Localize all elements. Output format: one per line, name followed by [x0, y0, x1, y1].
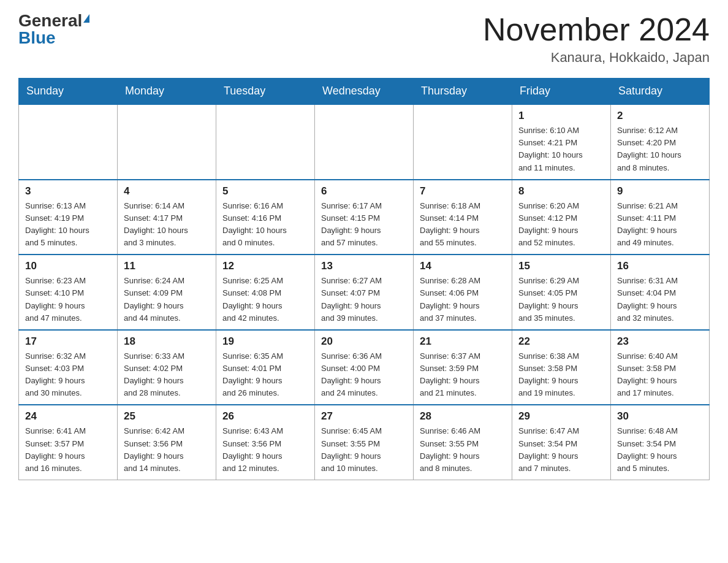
day-number: 11 [124, 260, 210, 272]
calendar-cell: 3Sunrise: 6:13 AM Sunset: 4:19 PM Daylig… [19, 180, 118, 255]
day-info: Sunrise: 6:35 AM Sunset: 4:01 PM Dayligh… [222, 350, 308, 400]
day-info: Sunrise: 6:12 AM Sunset: 4:20 PM Dayligh… [617, 124, 703, 174]
day-number: 28 [420, 410, 506, 423]
day-info: Sunrise: 6:25 AM Sunset: 4:08 PM Dayligh… [222, 275, 308, 324]
calendar-cell: 7Sunrise: 6:18 AM Sunset: 4:14 PM Daylig… [414, 180, 512, 255]
location-subtitle: Kanaura, Hokkaido, Japan [483, 50, 710, 66]
calendar-cell: 25Sunrise: 6:42 AM Sunset: 3:56 PM Dayli… [118, 405, 216, 480]
calendar-cell: 30Sunrise: 6:48 AM Sunset: 3:54 PM Dayli… [611, 405, 710, 480]
day-number: 23 [617, 335, 703, 348]
calendar-cell: 6Sunrise: 6:17 AM Sunset: 4:15 PM Daylig… [315, 180, 414, 255]
calendar-cell: 29Sunrise: 6:47 AM Sunset: 3:54 PM Dayli… [512, 405, 611, 480]
day-number: 12 [222, 260, 308, 272]
day-info: Sunrise: 6:45 AM Sunset: 3:55 PM Dayligh… [321, 425, 407, 475]
day-number: 13 [321, 260, 407, 272]
weekday-header-friday: Friday [512, 79, 611, 105]
day-info: Sunrise: 6:33 AM Sunset: 4:02 PM Dayligh… [124, 350, 210, 400]
day-number: 20 [321, 335, 407, 348]
weekday-header-tuesday: Tuesday [216, 79, 315, 105]
week-row-1: 1Sunrise: 6:10 AM Sunset: 4:21 PM Daylig… [19, 104, 710, 180]
day-number: 5 [222, 185, 308, 197]
calendar-cell: 24Sunrise: 6:41 AM Sunset: 3:57 PM Dayli… [19, 405, 118, 480]
logo-blue-text: Blue [18, 29, 56, 47]
day-info: Sunrise: 6:48 AM Sunset: 3:54 PM Dayligh… [617, 425, 703, 475]
week-row-3: 10Sunrise: 6:23 AM Sunset: 4:10 PM Dayli… [19, 255, 710, 330]
day-number: 26 [222, 410, 308, 423]
day-number: 22 [518, 335, 604, 348]
day-number: 7 [420, 185, 506, 197]
day-number: 17 [25, 335, 111, 348]
week-row-5: 24Sunrise: 6:41 AM Sunset: 3:57 PM Dayli… [19, 405, 710, 480]
day-number: 24 [25, 410, 111, 423]
day-info: Sunrise: 6:38 AM Sunset: 3:58 PM Dayligh… [518, 350, 604, 400]
day-info: Sunrise: 6:31 AM Sunset: 4:04 PM Dayligh… [617, 275, 703, 324]
day-number: 1 [518, 110, 604, 122]
day-number: 9 [617, 185, 703, 197]
week-row-4: 17Sunrise: 6:32 AM Sunset: 4:03 PM Dayli… [19, 330, 710, 405]
calendar-cell [216, 104, 315, 180]
day-info: Sunrise: 6:17 AM Sunset: 4:15 PM Dayligh… [321, 200, 407, 250]
day-info: Sunrise: 6:40 AM Sunset: 3:58 PM Dayligh… [617, 350, 703, 400]
calendar-cell: 8Sunrise: 6:20 AM Sunset: 4:12 PM Daylig… [512, 180, 611, 255]
day-info: Sunrise: 6:41 AM Sunset: 3:57 PM Dayligh… [25, 425, 111, 475]
weekday-header-row: SundayMondayTuesdayWednesdayThursdayFrid… [19, 79, 710, 105]
title-section: November 2024 Kanaura, Hokkaido, Japan [483, 12, 710, 66]
day-info: Sunrise: 6:14 AM Sunset: 4:17 PM Dayligh… [124, 200, 210, 250]
day-info: Sunrise: 6:37 AM Sunset: 3:59 PM Dayligh… [420, 350, 506, 400]
day-number: 3 [25, 185, 111, 197]
calendar-cell: 5Sunrise: 6:16 AM Sunset: 4:16 PM Daylig… [216, 180, 315, 255]
day-info: Sunrise: 6:43 AM Sunset: 3:56 PM Dayligh… [222, 425, 308, 475]
calendar-cell: 27Sunrise: 6:45 AM Sunset: 3:55 PM Dayli… [315, 405, 414, 480]
calendar-cell: 14Sunrise: 6:28 AM Sunset: 4:06 PM Dayli… [414, 255, 512, 330]
calendar-cell: 1Sunrise: 6:10 AM Sunset: 4:21 PM Daylig… [512, 104, 611, 180]
weekday-header-monday: Monday [118, 79, 216, 105]
calendar-cell: 19Sunrise: 6:35 AM Sunset: 4:01 PM Dayli… [216, 330, 315, 405]
day-info: Sunrise: 6:32 AM Sunset: 4:03 PM Dayligh… [25, 350, 111, 400]
logo-triangle-icon [83, 14, 89, 23]
weekday-header-thursday: Thursday [414, 79, 512, 105]
calendar-cell: 21Sunrise: 6:37 AM Sunset: 3:59 PM Dayli… [414, 330, 512, 405]
weekday-header-sunday: Sunday [19, 79, 118, 105]
page-header: General Blue November 2024 Kanaura, Hokk… [18, 12, 710, 66]
day-info: Sunrise: 6:28 AM Sunset: 4:06 PM Dayligh… [420, 275, 506, 324]
calendar-cell: 26Sunrise: 6:43 AM Sunset: 3:56 PM Dayli… [216, 405, 315, 480]
day-info: Sunrise: 6:23 AM Sunset: 4:10 PM Dayligh… [25, 275, 111, 324]
day-number: 19 [222, 335, 308, 348]
day-info: Sunrise: 6:18 AM Sunset: 4:14 PM Dayligh… [420, 200, 506, 250]
day-info: Sunrise: 6:46 AM Sunset: 3:55 PM Dayligh… [420, 425, 506, 475]
day-info: Sunrise: 6:16 AM Sunset: 4:16 PM Dayligh… [222, 200, 308, 250]
day-number: 30 [617, 410, 703, 423]
month-title: November 2024 [483, 12, 710, 47]
calendar-cell: 18Sunrise: 6:33 AM Sunset: 4:02 PM Dayli… [118, 330, 216, 405]
day-info: Sunrise: 6:20 AM Sunset: 4:12 PM Dayligh… [518, 200, 604, 250]
day-number: 4 [124, 185, 210, 197]
calendar-cell: 23Sunrise: 6:40 AM Sunset: 3:58 PM Dayli… [611, 330, 710, 405]
logo: General Blue [18, 12, 89, 47]
calendar-cell: 2Sunrise: 6:12 AM Sunset: 4:20 PM Daylig… [611, 104, 710, 180]
calendar-cell: 17Sunrise: 6:32 AM Sunset: 4:03 PM Dayli… [19, 330, 118, 405]
day-info: Sunrise: 6:36 AM Sunset: 4:00 PM Dayligh… [321, 350, 407, 400]
logo-general-text: General [18, 12, 82, 29]
day-number: 29 [518, 410, 604, 423]
calendar-cell [414, 104, 512, 180]
day-number: 14 [420, 260, 506, 272]
day-number: 27 [321, 410, 407, 423]
calendar-cell [19, 104, 118, 180]
calendar-cell: 20Sunrise: 6:36 AM Sunset: 4:00 PM Dayli… [315, 330, 414, 405]
calendar-cell: 11Sunrise: 6:24 AM Sunset: 4:09 PM Dayli… [118, 255, 216, 330]
weekday-header-saturday: Saturday [611, 79, 710, 105]
day-info: Sunrise: 6:42 AM Sunset: 3:56 PM Dayligh… [124, 425, 210, 475]
day-info: Sunrise: 6:29 AM Sunset: 4:05 PM Dayligh… [518, 275, 604, 324]
calendar-cell: 28Sunrise: 6:46 AM Sunset: 3:55 PM Dayli… [414, 405, 512, 480]
day-number: 15 [518, 260, 604, 272]
day-number: 10 [25, 260, 111, 272]
day-info: Sunrise: 6:21 AM Sunset: 4:11 PM Dayligh… [617, 200, 703, 250]
day-number: 25 [124, 410, 210, 423]
calendar-cell: 22Sunrise: 6:38 AM Sunset: 3:58 PM Dayli… [512, 330, 611, 405]
calendar-cell: 15Sunrise: 6:29 AM Sunset: 4:05 PM Dayli… [512, 255, 611, 330]
day-number: 18 [124, 335, 210, 348]
calendar-cell: 12Sunrise: 6:25 AM Sunset: 4:08 PM Dayli… [216, 255, 315, 330]
weekday-header-wednesday: Wednesday [315, 79, 414, 105]
day-info: Sunrise: 6:27 AM Sunset: 4:07 PM Dayligh… [321, 275, 407, 324]
calendar-cell [118, 104, 216, 180]
